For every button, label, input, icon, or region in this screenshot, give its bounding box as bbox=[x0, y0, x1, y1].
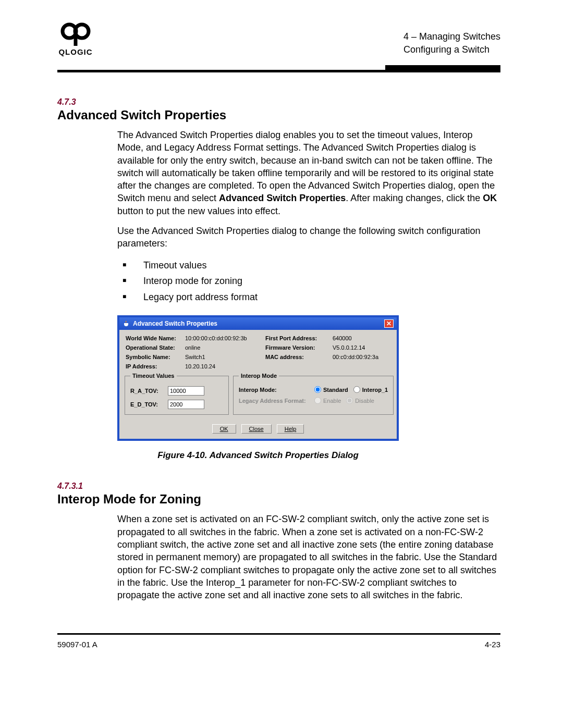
footer-page-num: 4-23 bbox=[485, 640, 500, 649]
legacy-enable-radio: Enable bbox=[314, 397, 341, 404]
mac-label: MAC address: bbox=[265, 354, 331, 360]
interop-standard-radio[interactable]: Standard bbox=[314, 386, 348, 393]
paragraph: The Advanced Switch Properties dialog en… bbox=[117, 129, 500, 217]
ip-label: IP Address: bbox=[126, 363, 183, 369]
ip-value: 10.20.10.24 bbox=[185, 363, 263, 369]
list-item: Interop mode for zoning bbox=[117, 273, 500, 289]
advanced-switch-properties-dialog: Advanced Switch Properties ✕ World Wide … bbox=[117, 315, 399, 441]
wwn-label: World Wide Name: bbox=[126, 335, 183, 341]
legacy-disable-radio: Disable bbox=[346, 397, 374, 404]
figure-caption: Figure 4-10. Advanced Switch Properties … bbox=[117, 450, 399, 461]
list-item: Legacy port address format bbox=[117, 289, 500, 305]
wwn-value: 10:00:00:c0:dd:00:92:3b bbox=[185, 335, 263, 341]
radio-standard-label: Standard bbox=[323, 387, 348, 393]
list-item: Timeout values bbox=[117, 257, 500, 274]
radio-disable-label: Disable bbox=[355, 398, 374, 404]
interop-legend: Interop Mode bbox=[239, 373, 279, 379]
sym-value: Switch1 bbox=[185, 354, 263, 360]
ratov-label: R_A_TOV: bbox=[130, 388, 164, 394]
interop-mode-group: Interop Mode Interop Mode: Standard Inte… bbox=[233, 373, 394, 415]
radio-enable bbox=[314, 397, 321, 404]
close-icon: ✕ bbox=[386, 320, 391, 327]
timeout-values-group: Timeout Values R_A_TOV: E_D_TOV: bbox=[125, 373, 229, 415]
ok-button[interactable]: OK bbox=[212, 424, 236, 434]
footer-doc-id: 59097-01 A bbox=[57, 640, 97, 649]
timeout-legend: Timeout Values bbox=[130, 373, 177, 379]
legacy-label: Legacy Address Format: bbox=[239, 398, 309, 404]
close-button[interactable]: ✕ bbox=[384, 319, 394, 328]
svg-text:QLOGIC: QLOGIC bbox=[58, 47, 92, 56]
radio-enable-label: Enable bbox=[323, 398, 341, 404]
page-footer: 59097-01 A 4-23 bbox=[57, 635, 500, 649]
opstate-value: online bbox=[185, 344, 263, 351]
radio-disable bbox=[346, 397, 353, 404]
radio-standard[interactable] bbox=[314, 386, 321, 393]
section-title: Advanced Switch Properties bbox=[57, 108, 500, 122]
radio-interop1-label: Interop_1 bbox=[362, 387, 388, 393]
ratov-input[interactable] bbox=[168, 386, 204, 396]
dialog-info-grid: World Wide Name: 10:00:00:c0:dd:00:92:3b… bbox=[119, 330, 397, 373]
close-button-dialog[interactable]: Close bbox=[241, 424, 272, 434]
page-header-text: 4 – Managing Switches Configuring a Swit… bbox=[403, 21, 500, 56]
edtov-input[interactable] bbox=[168, 400, 204, 409]
sym-label: Symbolic Name: bbox=[126, 354, 183, 360]
interop-mode-label: Interop Mode: bbox=[239, 387, 309, 393]
help-button[interactable]: Help bbox=[277, 424, 304, 434]
fw-label: Firmware Version: bbox=[265, 344, 331, 351]
fpa-label: First Port Address: bbox=[265, 335, 331, 341]
fpa-value: 640000 bbox=[333, 335, 395, 341]
section-ref: Configuring a Switch bbox=[403, 43, 500, 56]
java-cup-icon bbox=[123, 320, 130, 327]
mac-value: 00:c0:dd:00:92:3a bbox=[333, 354, 395, 360]
opstate-label: Operational State: bbox=[126, 344, 183, 351]
qlogic-logo: QLOGIC bbox=[57, 21, 94, 59]
dialog-titlebar: Advanced Switch Properties ✕ bbox=[119, 317, 397, 330]
chapter-ref: 4 – Managing Switches bbox=[403, 30, 500, 43]
subsection-number: 4.7.3.1 bbox=[57, 482, 500, 491]
fw-value: V5.0.0.12.14 bbox=[333, 344, 395, 351]
dialog-title: Advanced Switch Properties bbox=[133, 320, 217, 327]
edtov-label: E_D_TOV: bbox=[130, 401, 164, 408]
section-number: 4.7.3 bbox=[57, 97, 500, 107]
paragraph: When a zone set is activated on an FC-SW… bbox=[117, 513, 500, 601]
bullet-list: Timeout values Interop mode for zoning L… bbox=[117, 257, 500, 305]
header-black-bar bbox=[385, 65, 500, 72]
paragraph: Use the Advanced Switch Properties dialo… bbox=[117, 225, 500, 250]
radio-interop1[interactable] bbox=[353, 386, 360, 393]
interop-1-radio[interactable]: Interop_1 bbox=[353, 386, 388, 393]
subsection-title: Interop Mode for Zoning bbox=[57, 492, 500, 507]
